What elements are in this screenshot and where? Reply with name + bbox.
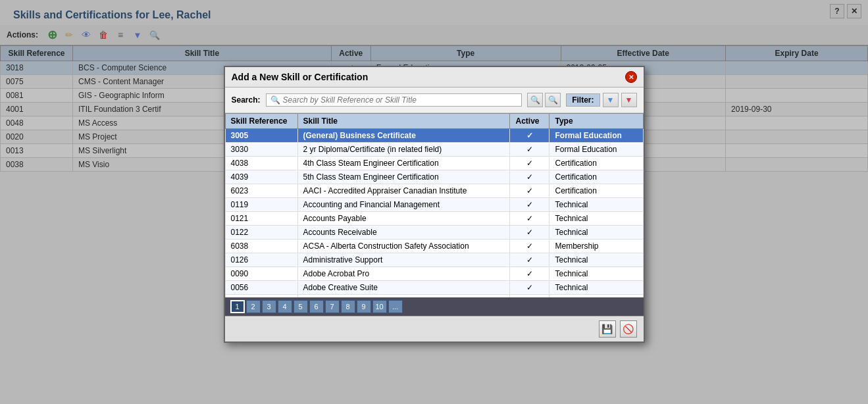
search-icon-small: 🔍	[270, 95, 280, 105]
modal-cell-title: Accounts Payable	[297, 212, 510, 226]
modal-cell-title: Accounts Receivable	[297, 226, 510, 240]
modal-cell-active: ✓	[510, 281, 549, 295]
filter-apply-icon: ▼	[607, 95, 615, 105]
modal-cell-active: ✓	[510, 170, 549, 184]
modal-cell-type: Technical	[549, 226, 643, 240]
modal-table-row[interactable]: 3030 2 yr Diploma/Certificate (in relate…	[225, 143, 643, 157]
modal-cancel-button[interactable]: 🚫	[620, 320, 637, 338]
modal-table-row[interactable]: 6038 ACSA - Alberta Construction Safety …	[225, 240, 643, 253]
search-input[interactable]	[283, 95, 518, 105]
modal-cell-ref: 0121	[225, 212, 297, 226]
modal-table-row[interactable]: 4038 4th Class Steam Engineer Certificat…	[225, 157, 643, 170]
modal-overlay: Add a New Skill or Certification ✕ Searc…	[0, 0, 868, 404]
modal-cell-active: ✓	[510, 143, 549, 157]
modal-table-row[interactable]: 6023 AACI - Accredited Appraiser Canadia…	[225, 184, 643, 198]
modal-cell-type: Technical	[549, 267, 643, 281]
modal-table-row[interactable]: 3005 (General) Business Certificate ✓ Fo…	[225, 129, 643, 143]
modal-cell-title: 4th Class Steam Engineer Certification	[297, 157, 510, 170]
modal-cell-type: Technical	[549, 212, 643, 226]
page-button[interactable]: 4	[278, 300, 292, 313]
modal-cell-active: ✓	[510, 157, 549, 170]
modal-save-button[interactable]: 💾	[599, 320, 616, 338]
search-clear-button[interactable]: 🔍	[545, 93, 561, 107]
modal-cell-active: ✓	[510, 226, 549, 240]
search-execute-button[interactable]: 🔍	[527, 93, 543, 107]
modal-cell-title: (General) Business Certificate	[297, 129, 510, 143]
modal-dialog: Add a New Skill or Certification ✕ Searc…	[224, 66, 645, 343]
modal-cell-title: 5th Class Steam Engineer Certification	[297, 170, 510, 184]
modal-cell-ref: 6038	[225, 240, 297, 253]
modal-cell-ref: 3005	[225, 129, 297, 143]
search-input-wrapper: 🔍	[266, 93, 523, 107]
pagination: 12345678910...	[225, 297, 644, 316]
modal-close-button[interactable]: ✕	[625, 71, 637, 83]
modal-title: Add a New Skill or Certification	[232, 72, 369, 82]
page-button[interactable]: 7	[325, 300, 340, 313]
modal-cell-ref: 3030	[225, 143, 297, 157]
modal-table-row[interactable]: 0090 Adobe Acrobat Pro ✓ Technical	[225, 267, 643, 281]
modal-table: Skill Reference Skill Title Active Type …	[225, 113, 644, 297]
filter-apply-button[interactable]: ▼	[603, 93, 619, 107]
modal-cell-title: AACI - Accredited Appraiser Canadian Ins…	[297, 184, 510, 198]
page-button[interactable]: 8	[341, 300, 355, 313]
modal-cell-ref: 0126	[225, 253, 297, 267]
modal-footer: 💾 🚫	[225, 316, 644, 341]
modal-col-header-active: Active	[510, 114, 549, 129]
page-button[interactable]: 2	[246, 300, 261, 313]
modal-cell-active: ✓	[510, 267, 549, 281]
cancel-icon: 🚫	[623, 324, 634, 334]
modal-table-wrapper: Skill Reference Skill Title Active Type …	[225, 113, 644, 297]
page-button[interactable]: 10	[372, 300, 387, 313]
modal-cell-title: 2 yr Diploma/Certificate (in related fie…	[297, 143, 510, 157]
modal-cell-active: ✓	[510, 129, 549, 143]
modal-cell-active: ✓	[510, 198, 549, 212]
modal-cell-type: Certification	[549, 170, 643, 184]
modal-col-header-title: Skill Title	[297, 114, 510, 129]
modal-cell-title: ACSA - Alberta Construction Safety Assoc…	[297, 240, 510, 253]
filter-section: Filter: ▼ ▼	[566, 93, 636, 107]
page-wrapper: Skills and Certifications for Lee, Rache…	[0, 0, 868, 404]
modal-col-header-ref: Skill Reference	[225, 114, 297, 129]
modal-cell-active: ✓	[510, 240, 549, 253]
page-button[interactable]: 1	[230, 300, 245, 313]
modal-cell-ref: 0119	[225, 198, 297, 212]
modal-table-row[interactable]: 4039 5th Class Steam Engineer Certificat…	[225, 170, 643, 184]
modal-cell-ref: 0122	[225, 226, 297, 240]
modal-cell-type: Formal Education	[549, 129, 643, 143]
modal-cell-type: Membership	[549, 240, 643, 253]
modal-cell-title: Administrative Support	[297, 253, 510, 267]
modal-cell-type: Certification	[549, 157, 643, 170]
page-button[interactable]: 6	[309, 300, 324, 313]
modal-table-row[interactable]: 0126 Administrative Support ✓ Technical	[225, 253, 643, 267]
modal-cell-ref: 0090	[225, 267, 297, 281]
save-icon: 💾	[601, 324, 613, 334]
filter-clear-button[interactable]: ▼	[621, 93, 637, 107]
modal-titlebar: Add a New Skill or Certification ✕	[225, 67, 644, 88]
modal-search-row: Search: 🔍 🔍 🔍 Filter: ▼	[225, 88, 644, 113]
modal-cell-type: Technical	[549, 198, 643, 212]
modal-table-row[interactable]: 0056 Adobe Creative Suite ✓ Technical	[225, 281, 643, 295]
modal-cell-title: Adobe Creative Suite	[297, 281, 510, 295]
page-button[interactable]: 9	[357, 300, 371, 313]
page-button[interactable]: 3	[262, 300, 276, 313]
modal-cell-active: ✓	[510, 212, 549, 226]
modal-cell-type: Formal Education	[549, 143, 643, 157]
search-buttons: 🔍 🔍	[527, 93, 561, 107]
modal-cell-type: Technical	[549, 281, 643, 295]
modal-cell-title: Accounting and Financial Management	[297, 198, 510, 212]
page-button[interactable]: 5	[294, 300, 308, 313]
page-button[interactable]: ...	[388, 300, 403, 313]
modal-col-header-type: Type	[549, 114, 643, 129]
search-label: Search:	[232, 95, 261, 105]
modal-cell-active: ✓	[510, 184, 549, 198]
modal-cell-ref: 0056	[225, 281, 297, 295]
modal-table-row[interactable]: 0122 Accounts Receivable ✓ Technical	[225, 226, 643, 240]
modal-table-row[interactable]: 0121 Accounts Payable ✓ Technical	[225, 212, 643, 226]
search-clear-icon: 🔍	[548, 95, 558, 105]
modal-cell-ref: 6023	[225, 184, 297, 198]
modal-cell-ref: 4038	[225, 157, 297, 170]
modal-table-row[interactable]: 0119 Accounting and Financial Management…	[225, 198, 643, 212]
filter-clear-icon: ▼	[625, 95, 633, 105]
search-execute-icon: 🔍	[530, 95, 540, 105]
modal-cell-type: Technical	[549, 253, 643, 267]
